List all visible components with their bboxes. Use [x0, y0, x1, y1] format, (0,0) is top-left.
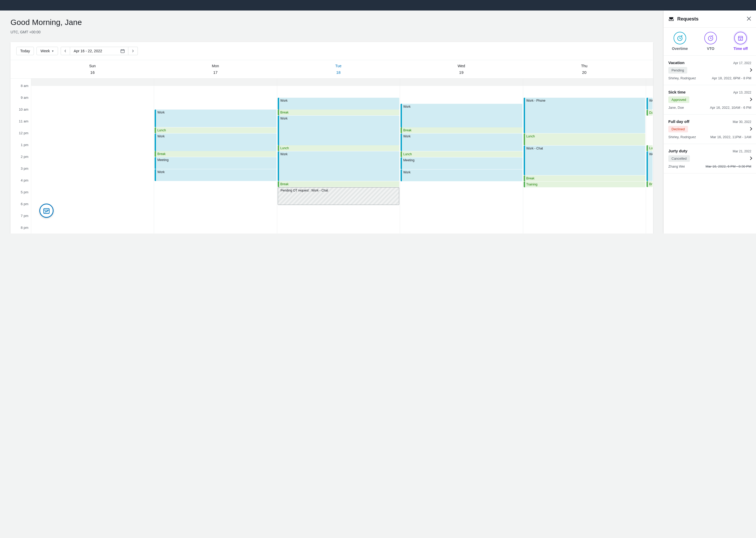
request-created-date: Apr 13, 2022 [733, 91, 751, 94]
date-picker-button[interactable] [117, 47, 128, 55]
svg-rect-1 [44, 209, 49, 214]
status-badge: Declined [668, 126, 688, 133]
chevron-left-icon [64, 49, 67, 53]
day-header[interactable]: Mon17 [154, 60, 277, 78]
request-type-label: VTO [707, 46, 715, 51]
day-column-fri[interactable]: WoDaLuWoBr [646, 79, 653, 234]
request-created-date: Mar 21, 2022 [732, 149, 751, 153]
request-person: Shirley, Rodriguez [668, 135, 696, 139]
request-when: Apr 18, 2022, 6PM - 8 PM [712, 76, 751, 80]
day-column-mon[interactable]: WorkLunchWorkBreakMeetingWork [154, 79, 277, 234]
sidebar-title: Requests [677, 16, 698, 22]
hour-label: 1 pm [11, 143, 28, 155]
hour-label: 8 am [11, 84, 28, 96]
chevron-right-icon [750, 127, 752, 132]
calendar-event[interactable]: Work [278, 98, 399, 110]
request-person: Jane, Doe [668, 106, 684, 110]
top-navbar [0, 0, 756, 11]
request-when: Mar 16, 2022, 11PM - 1AM [710, 135, 751, 139]
calendar-event[interactable]: Work [278, 151, 399, 181]
timezone-label: UTC, GMT +00:00 [11, 30, 653, 34]
request-when: Apr 16, 2022, 10AM - 6 PM [710, 106, 751, 110]
chevron-right-icon [750, 156, 752, 161]
hour-label: 8 pm [11, 226, 28, 234]
calendar-event[interactable]: Lu [646, 145, 653, 151]
request-title: Vacation [668, 60, 685, 65]
day-number: 20 [523, 70, 646, 75]
greeting-heading: Good Morning, Jane [11, 18, 653, 27]
day-header[interactable]: Sun16 [31, 60, 154, 78]
calendar-event[interactable]: Training [524, 182, 645, 187]
request-person: Zhang Wei [668, 164, 685, 168]
request-type-timeoff[interactable]: Time off [733, 32, 748, 51]
request-type-label: Overtime [672, 46, 688, 51]
request-list: VacationApr 17, 2022PendingShirley, Rodr… [664, 56, 756, 234]
calendar-event[interactable]: Lunch [278, 145, 399, 151]
calendar-event[interactable]: Work [155, 110, 276, 127]
schedule-fab-button[interactable] [39, 204, 54, 218]
calendar-event[interactable]: Work [401, 104, 522, 128]
calendar-event[interactable]: Lunch [155, 128, 276, 133]
calendar-event[interactable]: Da [646, 110, 653, 116]
day-of-week: Tue [277, 64, 400, 68]
calendar-event[interactable]: Break [278, 181, 399, 187]
next-week-button[interactable] [128, 47, 138, 55]
calendar-event[interactable]: Work [155, 134, 276, 151]
request-type-overtime[interactable]: Overtime [672, 32, 688, 51]
day-column-thu[interactable]: Work - PhoneLunchWork - ChatBreakTrainin… [523, 79, 646, 234]
request-item[interactable]: Jurty dutyMar 21, 2022CancelledZhang Wei… [664, 144, 756, 173]
view-select[interactable]: Week ▼ [36, 47, 58, 55]
day-number: 19 [400, 70, 523, 75]
clock-minus-icon [707, 35, 714, 41]
day-of-week: Wed [400, 64, 523, 68]
calendar-event[interactable]: Br [646, 181, 653, 187]
clock-plus-icon [677, 35, 683, 41]
day-header[interactable]: Wed19 [400, 60, 523, 78]
day-column-wed[interactable]: WorkBreakWorkLunchMeetingWork [400, 79, 523, 234]
today-button[interactable]: Today [16, 47, 34, 55]
calendar-event[interactable]: Work [278, 116, 399, 145]
calendar-event[interactable]: Break [155, 151, 276, 157]
request-item[interactable]: Full day offMar 30, 2022DeclinedShirley,… [664, 115, 756, 144]
close-sidebar-button[interactable] [746, 15, 751, 23]
calendar-event[interactable]: Work [401, 134, 522, 151]
day-number: 16 [31, 70, 154, 75]
chevron-right-icon [750, 97, 752, 102]
request-item[interactable]: Sick timeApr 13, 2022ApprovedJane, DoeAp… [664, 85, 756, 115]
calendar-event[interactable]: Wo [646, 98, 653, 110]
day-column-tue[interactable]: WorkBreakWorkLunchWorkBreakPending OT re… [277, 79, 400, 234]
calendar-event[interactable]: Work [155, 169, 276, 181]
request-item[interactable]: VacationApr 17, 2022PendingShirley, Rodr… [664, 56, 756, 85]
svg-rect-4 [738, 36, 743, 40]
prev-week-button[interactable] [61, 47, 70, 55]
caret-down-icon: ▼ [51, 50, 54, 53]
calendar-event[interactable]: Break [401, 128, 522, 133]
request-title: Jurty duty [668, 149, 687, 153]
calendar-grid[interactable]: 8 am9 am10 am11 am12 pm1 pm2 pm3 pm4 pm5… [11, 79, 653, 234]
chevron-right-icon [131, 49, 134, 53]
calendar-event[interactable]: Meeting [401, 157, 522, 169]
calendar-event[interactable]: Lunch [524, 134, 645, 145]
week-header: Sun16Mon17Tue18Wed19Thu20 [11, 60, 653, 79]
request-type-vto[interactable]: VTO [704, 32, 717, 51]
close-icon [746, 16, 751, 21]
svg-rect-0 [121, 50, 125, 53]
calendar-event[interactable]: Break [524, 176, 645, 181]
calendar-x-icon [737, 35, 744, 41]
day-number: 17 [154, 70, 277, 75]
calendar-event[interactable]: Work - Chat [524, 145, 645, 175]
calendar-event[interactable]: Meeting [155, 157, 276, 169]
calendar-event[interactable]: Break [278, 110, 399, 115]
calendar-chart-icon [43, 207, 50, 214]
day-header[interactable]: Tue18 [277, 60, 400, 78]
hour-label: 5 pm [11, 190, 28, 202]
calendar-event[interactable]: Lunch [401, 151, 522, 157]
hour-label: 11 am [11, 119, 28, 131]
calendar-event[interactable]: Work - Phone [524, 98, 645, 133]
request-created-date: Apr 17, 2022 [733, 61, 751, 65]
day-header[interactable]: Thu20 [523, 60, 646, 78]
calendar-event[interactable]: Wo [646, 151, 653, 181]
calendar-event[interactable]: Work [401, 169, 522, 181]
calendar-event[interactable]: Pending OT request : Work - Chat [278, 187, 399, 205]
day-of-week: Sun [31, 64, 154, 68]
